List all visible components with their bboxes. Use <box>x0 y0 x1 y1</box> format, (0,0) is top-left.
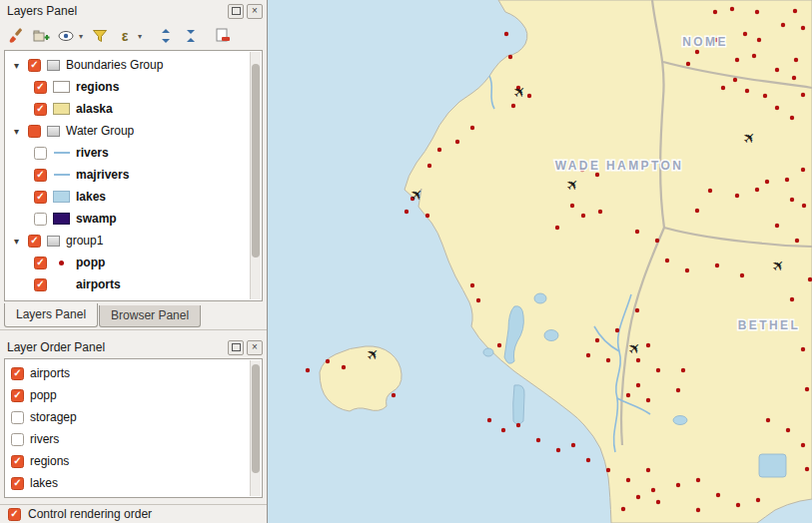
layer-swatch-dot <box>53 257 70 268</box>
twisty-icon[interactable]: ▾ <box>11 126 22 137</box>
control-rendering-order-checkbox[interactable]: ✓ <box>8 508 21 521</box>
layer-row[interactable]: ✓airports <box>7 273 250 295</box>
layer-row[interactable]: rivers <box>7 142 250 164</box>
popp-point <box>606 358 610 362</box>
order-list-item[interactable]: ✓airports <box>7 362 250 384</box>
popp-point <box>755 10 759 14</box>
manage-visibility-button[interactable] <box>54 24 78 48</box>
lake <box>673 416 687 425</box>
layer-group-row[interactable]: ▾✓Boundaries Group <box>7 54 250 76</box>
layer-row[interactable]: ✓majrivers <box>7 164 250 186</box>
layer-row[interactable]: ✓lakes <box>7 186 250 208</box>
twisty-icon[interactable]: ▾ <box>11 236 22 247</box>
popp-point <box>646 343 650 347</box>
order-visibility-checkbox[interactable]: ✓ <box>11 367 24 380</box>
layer-row[interactable]: swamp <box>7 208 250 230</box>
layer-visibility-checkbox[interactable] <box>28 125 41 138</box>
popp-point <box>808 277 812 281</box>
popp-point <box>342 365 346 369</box>
map-canvas[interactable]: ✈✈✈✈✈✈✈ NOMEWADE HAMPTONBETHEL <box>268 0 812 523</box>
popp-point <box>555 226 559 230</box>
check-icon: ✓ <box>36 258 44 267</box>
remove-layer-button[interactable] <box>211 24 235 48</box>
tab-browser-panel[interactable]: Browser Panel <box>99 305 201 327</box>
tab-layers-panel[interactable]: Layers Panel <box>4 303 98 327</box>
collapse-all-button[interactable] <box>179 24 203 48</box>
add-group-button[interactable] <box>29 24 53 48</box>
expand-all-button[interactable] <box>154 24 178 48</box>
layers-panel-close-button[interactable]: × <box>247 4 263 19</box>
popp-point <box>621 507 625 511</box>
float-icon <box>232 7 241 15</box>
layer-visibility-checkbox[interactable]: ✓ <box>34 257 47 269</box>
order-list-item[interactable]: storagep <box>7 406 250 428</box>
layer-visibility-checkbox[interactable] <box>34 213 47 226</box>
layer-row[interactable]: ✓popp <box>7 252 250 273</box>
popp-point <box>790 116 794 120</box>
layer-visibility-checkbox[interactable]: ✓ <box>34 169 47 182</box>
popp-point <box>455 140 459 144</box>
order-list-item[interactable]: ✓lakes <box>7 472 250 494</box>
popp-point <box>516 423 520 427</box>
order-panel-float-button[interactable] <box>228 340 244 355</box>
twisty-icon[interactable]: ▾ <box>11 60 22 71</box>
order-visibility-checkbox[interactable]: ✓ <box>11 477 24 490</box>
expression-dropdown-icon[interactable]: ▾ <box>138 32 146 41</box>
layer-row[interactable]: ✓alaska <box>7 98 250 120</box>
layer-label: lakes <box>76 190 106 204</box>
layer-visibility-checkbox[interactable]: ✓ <box>28 59 41 72</box>
layer-visibility-checkbox[interactable] <box>34 147 47 160</box>
layer-visibility-checkbox[interactable]: ✓ <box>28 235 41 248</box>
popp-point <box>556 448 560 452</box>
layer-group-label: Boundaries Group <box>66 58 163 72</box>
order-panel-header: Layer Order Panel × <box>0 336 267 358</box>
popp-point <box>721 86 725 90</box>
layer-tree-scrollbar-thumb[interactable] <box>252 64 260 257</box>
popp-point <box>805 467 809 471</box>
remove-layer-icon <box>214 27 232 45</box>
popp-point <box>595 173 599 177</box>
order-list-item[interactable]: ✓regions <box>7 450 250 472</box>
check-icon: ✓ <box>13 390 21 400</box>
popp-point <box>598 210 602 214</box>
layer-visibility-checkbox[interactable]: ✓ <box>34 278 47 291</box>
check-icon: ✓ <box>36 279 44 289</box>
order-visibility-checkbox[interactable]: ✓ <box>11 455 24 468</box>
order-visibility-checkbox[interactable]: ✓ <box>11 389 24 402</box>
popp-point <box>681 368 685 372</box>
order-scrollbar[interactable] <box>250 360 261 496</box>
filter-expression-button[interactable]: ε <box>113 24 137 48</box>
popp-point <box>425 214 429 218</box>
layer-tree-scrollbar[interactable] <box>250 52 261 299</box>
expression-icon: ε <box>122 28 129 44</box>
popp-point <box>756 498 760 502</box>
popp-point <box>646 468 650 472</box>
popp-point <box>508 55 512 59</box>
lake <box>483 348 493 356</box>
layer-group-row[interactable]: ▾✓group1 <box>7 230 250 252</box>
popp-point <box>635 308 639 312</box>
visibility-dropdown-icon[interactable]: ▾ <box>79 32 87 41</box>
layer-visibility-checkbox[interactable]: ✓ <box>34 191 47 204</box>
popp-point <box>790 198 794 202</box>
order-visibility-checkbox[interactable] <box>11 433 24 446</box>
popp-point <box>685 268 689 272</box>
layers-panel-float-button[interactable] <box>228 4 244 19</box>
layer-visibility-checkbox[interactable]: ✓ <box>34 103 47 116</box>
order-panel-close-button[interactable]: × <box>247 340 263 355</box>
popp-point <box>476 298 480 302</box>
popp-point <box>743 32 747 36</box>
layer-row[interactable]: ✓regions <box>7 76 250 98</box>
layer-styling-button[interactable] <box>4 24 28 48</box>
popp-point <box>730 7 734 11</box>
order-visibility-checkbox[interactable] <box>11 411 24 424</box>
popp-point <box>801 93 805 97</box>
order-list-item[interactable]: ✓popp <box>7 384 250 406</box>
filter-legend-button[interactable] <box>88 24 112 48</box>
layer-visibility-checkbox[interactable]: ✓ <box>34 81 47 94</box>
order-item-label: airports <box>30 366 70 380</box>
layer-group-row[interactable]: ▾Water Group <box>7 120 250 142</box>
float-icon <box>232 343 241 351</box>
order-list-item[interactable]: rivers <box>7 428 250 450</box>
order-scrollbar-thumb[interactable] <box>252 364 260 473</box>
